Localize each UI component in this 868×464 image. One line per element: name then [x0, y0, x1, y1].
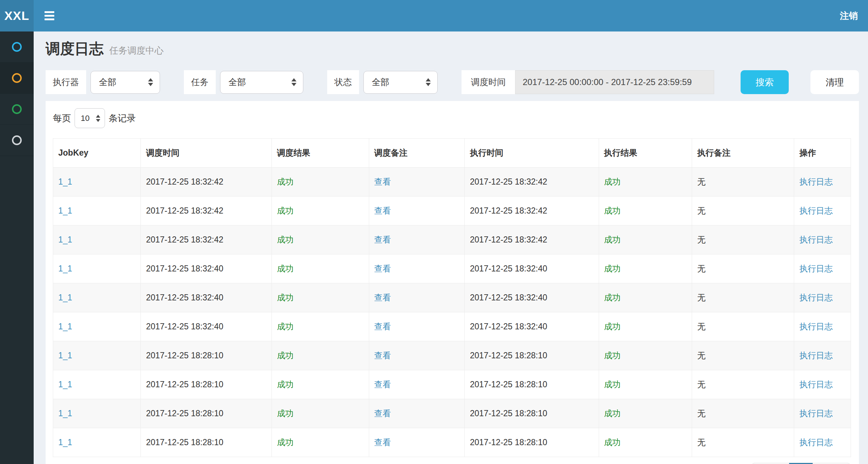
exec-log-link[interactable]: 执行日志: [799, 351, 833, 360]
sched-remark-link-cell: 查看: [369, 341, 464, 370]
job-key-link[interactable]: 1_1: [58, 380, 72, 389]
sched-remark-link[interactable]: 查看: [374, 177, 391, 186]
sched-result-cell: 成功: [271, 225, 369, 254]
job-key-link[interactable]: 1_1: [58, 177, 72, 186]
logo[interactable]: XXL: [0, 0, 34, 31]
sched-remark-link[interactable]: 查看: [374, 322, 391, 331]
logout-link[interactable]: 注销: [840, 10, 858, 22]
sched-time: 2017-12-25 18:28:10: [146, 438, 223, 447]
job-key-link[interactable]: 1_1: [58, 264, 72, 273]
clear-button[interactable]: 清理: [810, 70, 859, 94]
search-button[interactable]: 搜索: [741, 70, 789, 94]
exec-log-link[interactable]: 执行日志: [799, 264, 833, 273]
job-key-link[interactable]: 1_1: [58, 293, 72, 302]
job-key-link[interactable]: 1_1: [58, 322, 72, 331]
column-header-3: 调度备注: [369, 139, 464, 168]
log-table: JobKey调度时间调度结果调度备注执行时间执行结果执行备注操作 1_12017…: [53, 138, 851, 457]
sched-time-cell: 2017-12-25 18:28:10: [141, 428, 271, 457]
log-table-body: 1_12017-12-25 18:32:42成功查看2017-12-25 18:…: [53, 168, 851, 457]
job-key-link[interactable]: 1_1: [58, 351, 72, 360]
page-title: 调度日志: [46, 39, 104, 59]
circle-outline-icon: [12, 42, 22, 52]
select-arrows-icon: [96, 115, 100, 122]
filter-toolbar: 执行器 全部 任务 全部 状态 全部: [46, 70, 859, 94]
column-header-4: 执行时间: [465, 139, 599, 168]
sched-remark-link[interactable]: 查看: [374, 235, 391, 244]
job-key-link[interactable]: 1_1: [58, 409, 72, 418]
exec-remark: 无: [697, 351, 705, 360]
page-size-value: 10: [81, 114, 92, 123]
sched-remark-link[interactable]: 查看: [374, 409, 391, 418]
sched-remark-link[interactable]: 查看: [374, 380, 391, 389]
exec-remark: 无: [697, 322, 705, 331]
job-key-link-cell: 1_1: [53, 197, 141, 225]
exec-time: 2017-12-25 18:28:10: [470, 351, 547, 360]
table-row: 1_12017-12-25 18:32:40成功查看2017-12-25 18:…: [53, 312, 851, 341]
column-header-0: JobKey: [53, 139, 141, 168]
exec-remark: 无: [697, 235, 705, 244]
exec-log-link-cell: 执行日志: [794, 370, 851, 399]
sidebar-item-1[interactable]: [0, 31, 34, 63]
job-key-link-cell: 1_1: [53, 399, 141, 428]
exec-log-link-cell: 执行日志: [794, 225, 851, 254]
exec-time: 2017-12-25 18:32:40: [470, 264, 547, 273]
status-filter-group: 状态 全部: [327, 70, 438, 94]
page-header: 调度日志 任务调度中心: [46, 39, 859, 59]
column-header-5: 执行结果: [599, 139, 692, 168]
sched-remark-link-cell: 查看: [369, 399, 464, 428]
sched-time-cell: 2017-12-25 18:32:42: [141, 197, 271, 225]
exec-remark-cell: 无: [692, 197, 794, 225]
job-filter-select[interactable]: 全部: [220, 71, 303, 94]
executor-filter-value: 全部: [99, 76, 142, 88]
job-key-link[interactable]: 1_1: [58, 438, 72, 447]
table-header: JobKey调度时间调度结果调度备注执行时间执行结果执行备注操作: [53, 139, 851, 168]
exec-time-cell: 2017-12-25 18:28:10: [465, 399, 599, 428]
sidebar-item-2[interactable]: [0, 63, 34, 94]
column-header-7: 操作: [794, 139, 851, 168]
sched-remark-link[interactable]: 查看: [374, 264, 391, 273]
job-key-link[interactable]: 1_1: [58, 206, 72, 215]
exec-log-link[interactable]: 执行日志: [799, 380, 833, 389]
job-key-link[interactable]: 1_1: [58, 235, 72, 244]
job-key-link-cell: 1_1: [53, 283, 141, 312]
table-row: 1_12017-12-25 18:28:10成功查看2017-12-25 18:…: [53, 428, 851, 457]
exec-log-link[interactable]: 执行日志: [799, 409, 833, 418]
exec-remark: 无: [697, 380, 705, 389]
sched-result-cell: 成功: [271, 341, 369, 370]
time-filter-group: 调度时间: [462, 70, 714, 94]
exec-remark-cell: 无: [692, 341, 794, 370]
exec-time: 2017-12-25 18:28:10: [470, 438, 547, 447]
sched-remark-link[interactable]: 查看: [374, 351, 391, 360]
exec-time-cell: 2017-12-25 18:32:40: [465, 254, 599, 283]
exec-log-link[interactable]: 执行日志: [799, 235, 833, 244]
job-key-link-cell: 1_1: [53, 254, 141, 283]
exec-log-link[interactable]: 执行日志: [799, 438, 833, 447]
page-size-select[interactable]: 10: [75, 108, 105, 128]
sched-time-cell: 2017-12-25 18:32:42: [141, 168, 271, 197]
sched-result-cell: 成功: [271, 168, 369, 197]
exec-remark: 无: [697, 177, 705, 186]
sched-result: 成功: [277, 438, 294, 447]
sched-remark-link[interactable]: 查看: [374, 206, 391, 215]
exec-log-link-cell: 执行日志: [794, 341, 851, 370]
exec-log-link[interactable]: 执行日志: [799, 322, 833, 331]
sidebar-item-4[interactable]: [0, 125, 34, 156]
exec-log-link[interactable]: 执行日志: [799, 177, 833, 186]
exec-remark: 无: [697, 264, 705, 273]
sched-remark-link[interactable]: 查看: [374, 293, 391, 302]
exec-result-cell: 成功: [599, 341, 692, 370]
executor-filter-select[interactable]: 全部: [90, 71, 160, 94]
job-key-link-cell: 1_1: [53, 370, 141, 399]
sidebar-item-3[interactable]: [0, 94, 34, 125]
sched-result: 成功: [277, 322, 294, 331]
exec-result-cell: 成功: [599, 225, 692, 254]
exec-log-link[interactable]: 执行日志: [799, 206, 833, 215]
sidebar-toggle-button[interactable]: [45, 11, 54, 20]
sched-time: 2017-12-25 18:28:10: [146, 380, 223, 389]
sched-remark-link[interactable]: 查看: [374, 438, 391, 447]
exec-remark: 无: [697, 293, 705, 302]
exec-result: 成功: [604, 380, 621, 389]
status-filter-select[interactable]: 全部: [363, 71, 438, 94]
exec-log-link[interactable]: 执行日志: [799, 293, 833, 302]
time-range-input[interactable]: [515, 70, 714, 94]
